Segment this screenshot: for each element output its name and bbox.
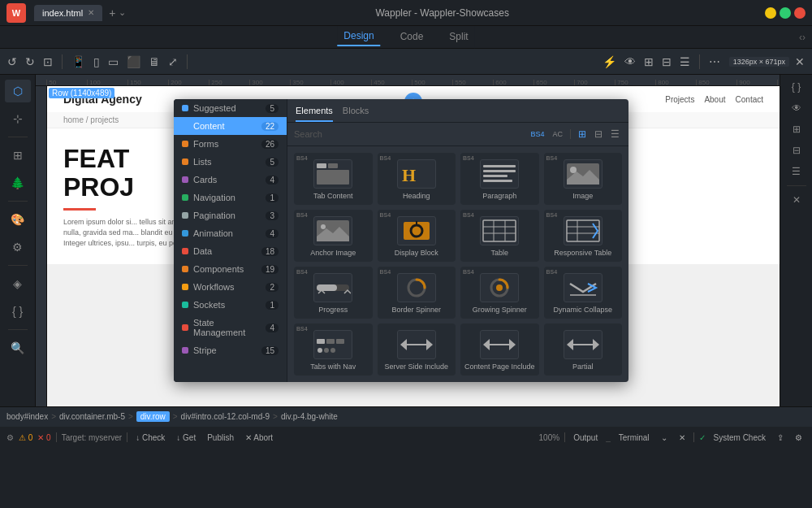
element-card-image[interactable]: BS4Image [544, 153, 623, 205]
element-card-content-page-include[interactable]: Content Page Include [460, 323, 539, 376]
sidebar-tree-icon[interactable]: 🌲 [5, 172, 31, 194]
sidebar-item-forms[interactable]: Forms26 [174, 135, 287, 153]
element-card-table[interactable]: BS4Table [460, 210, 539, 262]
minimize-button[interactable] [765, 7, 776, 19]
nav-link-about[interactable]: About [704, 95, 725, 104]
sidebar-item-components[interactable]: Components19 [174, 260, 287, 278]
grid-icon[interactable]: ⊞ [641, 54, 656, 70]
element-card-tabs-with-nav[interactable]: BS4Tabs with Nav [294, 323, 373, 376]
filter-ac[interactable]: AC [550, 129, 565, 139]
element-card-anchor-image[interactable]: BS4Anchor Image [294, 210, 373, 262]
sidebar-elements-icon[interactable]: ⊞ [5, 144, 31, 167]
share-icon[interactable]: ⇪ [774, 432, 787, 444]
element-card-tab-content[interactable]: BS4Tab Content [294, 153, 373, 205]
svg-rect-7 [483, 180, 512, 182]
sidebar-item-cards[interactable]: Cards4 [174, 171, 287, 189]
sidebar-item-sockets[interactable]: Sockets1 [174, 296, 287, 314]
sidebar-properties-icon[interactable]: ⚙ [5, 236, 31, 258]
right-panel-layout-icon[interactable]: ⊟ [789, 141, 804, 159]
redo-button[interactable]: ↻ [23, 54, 37, 70]
element-card-growing-spinner[interactable]: BS4Growing Spinner [460, 267, 539, 319]
sidebar-cursor-icon[interactable]: ⬡ [5, 80, 31, 102]
tab-close-button[interactable]: ✕ [88, 8, 94, 17]
sidebar-item-lists[interactable]: Lists5 [174, 153, 287, 171]
sidebar-item-data[interactable]: Data18 [174, 242, 287, 260]
panel-toggle-icon[interactable]: ‹› [799, 32, 806, 43]
element-card-dynamic-collapse[interactable]: BS4Dynamic Collapse [544, 267, 623, 319]
close-panel-icon[interactable]: ✕ [793, 54, 807, 70]
sidebar-item-navigation[interactable]: Navigation1 [174, 189, 287, 206]
tab-blocks[interactable]: Blocks [343, 104, 369, 122]
sidebar-search-icon[interactable]: 🔍 [5, 336, 31, 359]
element-card-heading[interactable]: BS4HHeading [378, 153, 456, 205]
sidebar-item-state_mgmt[interactable]: State Management4 [174, 314, 287, 341]
terminal-close[interactable]: ✕ [676, 432, 689, 444]
view-list-icon[interactable]: ☰ [608, 128, 622, 141]
nav-link-projects[interactable]: Projects [665, 95, 694, 104]
sidebar-data-icon[interactable]: ◈ [5, 272, 31, 295]
maximize-button[interactable] [780, 7, 791, 19]
element-card-display-block[interactable]: BS4Display Block [378, 210, 456, 262]
undo-button[interactable]: ↺ [5, 54, 19, 70]
check-button[interactable]: ↓ Check [132, 432, 168, 444]
abort-button[interactable]: ✕ Abort [242, 432, 276, 444]
tab-add-button[interactable]: + [109, 7, 115, 20]
dropdown-arrow[interactable]: ⌄ [119, 7, 126, 18]
view-large-icon[interactable]: ⊞ [576, 128, 589, 141]
breadcrumb-item-3[interactable]: div#intro.col-12.col-md-9 [181, 412, 270, 421]
more-icon[interactable]: ⋯ [706, 54, 723, 70]
columns-icon[interactable]: ☰ [677, 54, 693, 70]
right-panel-code-icon[interactable]: { } [788, 78, 804, 96]
settings-icon[interactable]: ⚙ [792, 432, 806, 444]
sidebar-code-icon[interactable]: { } [5, 300, 31, 323]
mode-tab-code[interactable]: Code [394, 28, 430, 46]
tablet-landscape-icon[interactable]: ▭ [106, 54, 121, 70]
element-card-responsive-table[interactable]: BS4Responsive Table [544, 210, 623, 262]
breadcrumb-item-1[interactable]: div.container.mb-5 [59, 412, 125, 421]
right-panel-close-icon[interactable]: ✕ [789, 191, 804, 209]
output-button[interactable]: Output [570, 432, 601, 444]
filter-bs4[interactable]: BS4 [528, 129, 546, 139]
sidebar-item-pagination[interactable]: Pagination3 [174, 206, 287, 224]
tab-elements[interactable]: Elements [296, 104, 333, 122]
element-card-server-side-include[interactable]: Server Side Include [378, 323, 456, 376]
sidebar-style-icon[interactable]: 🎨 [5, 208, 31, 231]
terminal-button[interactable]: Terminal [615, 432, 653, 444]
breadcrumb-item-0[interactable]: body#index [6, 412, 48, 421]
sidebar-item-content[interactable]: Content22 [174, 117, 287, 135]
view-small-icon[interactable]: ⊟ [592, 128, 605, 141]
sidebar-item-animation[interactable]: Animation4 [174, 224, 287, 242]
tablet-portrait-icon[interactable]: ▯ [91, 54, 102, 70]
mode-tab-split[interactable]: Split [443, 28, 474, 46]
sidebar-item-suggested[interactable]: Suggested5 [174, 99, 287, 117]
mobile-icon[interactable]: 📱 [69, 54, 88, 70]
search-input[interactable] [294, 129, 523, 139]
preview-icon[interactable]: 👁 [622, 54, 638, 70]
resize-icon[interactable]: ⤢ [166, 54, 180, 70]
element-card-progress[interactable]: BS4Progress [294, 267, 373, 319]
get-button[interactable]: ↓ Get [173, 432, 199, 444]
breadcrumb-item-2[interactable]: div.row [136, 411, 170, 422]
sync-icon[interactable]: ⚡ [600, 54, 619, 70]
close-button[interactable] [794, 7, 806, 19]
desktop-icon[interactable]: 🖥 [146, 54, 162, 70]
element-card-paragraph[interactable]: BS4Paragraph [460, 153, 539, 205]
laptop-icon[interactable]: ⬛ [124, 54, 143, 70]
right-panel-list-icon[interactable]: ☰ [788, 163, 804, 180]
sidebar-item-stripe[interactable]: Stripe15 [174, 341, 287, 359]
tab-index-html[interactable]: index.html ✕ [34, 5, 102, 21]
right-panel-eye-icon[interactable]: 👁 [788, 99, 805, 117]
mode-tab-design[interactable]: Design [337, 27, 380, 46]
system-check-button[interactable]: System Check [710, 432, 769, 444]
nav-link-contact[interactable]: Contact [736, 95, 763, 104]
sidebar-item-workflows[interactable]: Workflows2 [174, 278, 287, 296]
element-card-border-spinner[interactable]: BS4Border Spinner [378, 267, 456, 319]
element-card-partial[interactable]: Partial [544, 323, 623, 376]
breadcrumb-item-4[interactable]: div.p-4.bg-white [281, 412, 338, 421]
right-panel-grid-icon[interactable]: ⊞ [789, 120, 804, 138]
screenshot-button[interactable]: ⊡ [41, 54, 55, 70]
sidebar-select-icon[interactable]: ⊹ [5, 107, 31, 130]
terminal-dropdown[interactable]: ⌄ [658, 432, 671, 444]
publish-button[interactable]: Publish [204, 432, 237, 444]
layout-icon[interactable]: ⊟ [659, 54, 674, 70]
